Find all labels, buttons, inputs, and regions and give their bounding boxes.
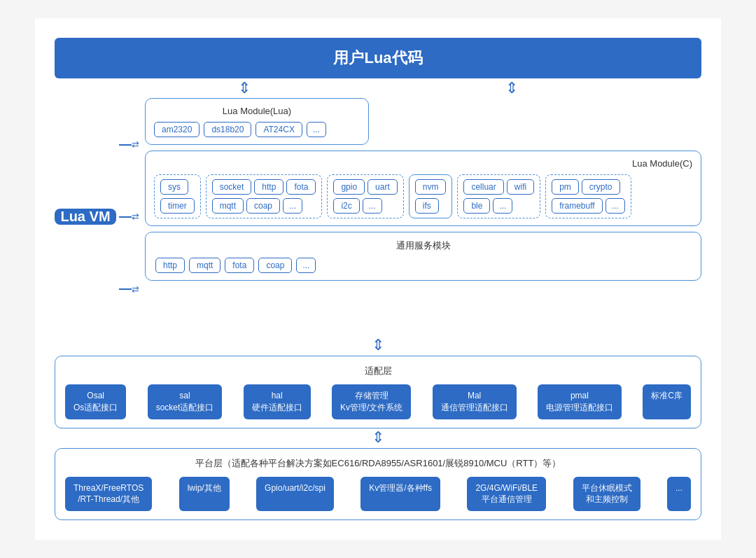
chip-dots-3: ... [363,198,382,214]
chip-coap: coap [246,198,280,214]
diagram-container: 用户Lua代码 ⇕ ⇕ Lua VM ⇄ ⇄ [35,18,721,540]
lua-module-c-box: Lua Module(C) sys timer socke [145,151,701,226]
lua-module-lua-box: Lua Module(Lua) am2320 ds18b20 AT24CX ..… [145,98,369,145]
chip-dots-5: ... [493,198,512,214]
lua-c-group-1: sys timer [154,174,201,218]
chip-ble: ble [463,198,490,214]
general-service-box: 通用服务模块 http mqtt fota coap ... [145,232,701,281]
top-arrow-right: ⇕ [505,79,518,97]
platform-dots: ... [667,477,691,512]
top-banner: 用户Lua代码 [55,38,701,78]
chip-gs-fota: fota [225,258,254,273]
lua-c-group-3: gpio uart i2c ... [327,174,403,218]
adapter-osal: OsalOs适配接口 [65,384,126,419]
lua-c-group-4: nvm ifs [409,174,453,218]
chip-am2320: am2320 [154,122,200,137]
chip-at24cx: AT24CX [255,122,302,137]
platform-gpio: Gpio/uart/i2c/spi [256,477,334,512]
chip-ds18b20: ds18b20 [204,122,251,137]
chip-framebuff: framebuff [552,198,602,214]
chip-pm: pm [552,179,579,195]
chip-dots-2: ... [283,198,302,214]
lua-vm-label: Lua VM [60,209,110,225]
chip-nvm: nvm [415,179,447,195]
chip-gs-http: http [155,258,185,273]
adapter-layer-items: OsalOs适配接口 salsocket适配接口 hal硬件适配接口 存储管理K… [65,384,691,419]
general-service-title: 通用服务模块 [155,239,691,252]
chip-gpio: gpio [333,179,365,195]
adapter-layer-title: 适配层 [65,365,691,377]
adapter-sal: salsocket适配接口 [148,384,223,419]
chip-mqtt: mqtt [212,198,244,214]
platform-lwip: lwip/其他 [179,477,230,512]
adapter-layer-box: 适配层 OsalOs适配接口 salsocket适配接口 hal硬件适配接口 存… [55,356,701,428]
lua-module-lua-chips: am2320 ds18b20 AT24CX ... [154,122,360,137]
vm-arrow-1: ⇄ [119,139,139,150]
chip-socket: socket [212,179,252,195]
adapter-mal: Mal通信管理适配接口 [433,384,517,419]
platform-2g4g: 2G/4G/WiFi/BLE平台通信管理 [467,477,546,512]
content-column: Lua Module(Lua) am2320 ds18b20 AT24CX ..… [145,98,701,336]
chip-gs-coap: coap [258,258,292,273]
chip-ifs: ifs [415,198,439,214]
lua-c-group-6: pm crypto framebuff ... [545,174,631,218]
platform-layer-items: ThreaX/FreeRTOS/RT-Thread/其他 lwip/其他 Gpi… [65,477,691,512]
chip-dots-lua: ... [307,122,326,137]
platform-layer-title: 平台层（适配各种平台解决方案如EC616/RDA8955/ASR1601/展锐8… [65,457,691,470]
platform-layer-box: 平台层（适配各种平台解决方案如EC616/RDA8955/ASR1601/展锐8… [55,448,701,521]
chip-gs-mqtt: mqtt [189,258,220,273]
chip-crypto: crypto [582,179,620,195]
adapter-pmal: pmal电源管理适配接口 [538,384,622,419]
adapter-storage: 存储管理Kv管理/文件系统 [332,384,411,419]
adapter-hal: hal硬件适配接口 [244,384,311,419]
lua-c-group-2: socket http fota mqtt coap ... [206,174,323,218]
platform-rtos: ThreaX/FreeRTOS/RT-Thread/其他 [65,477,152,512]
lua-vm-box: Lua VM [55,209,116,225]
adapter-stdlib: 标准C库 [643,384,691,419]
lua-module-lua-title: Lua Module(Lua) [154,106,360,116]
arrow-adapter-platform: ⇕ [55,428,701,447]
general-service-chips: http mqtt fota coap ... [155,258,691,273]
vm-arrow-2: ⇄ [119,211,139,222]
lua-c-group-5: celluar wifi ble ... [457,174,540,218]
chip-timer: timer [160,198,195,214]
chip-http: http [254,179,284,195]
chip-i2c: i2c [333,198,359,214]
chip-dots-6: ... [606,198,625,214]
lua-module-c-title: Lua Module(C) [154,158,692,169]
vm-arrow-3: ⇄ [119,284,139,295]
chip-fota: fota [286,179,316,195]
platform-kv: Kv管理器/各种ffs [360,477,440,512]
platform-sleep: 平台休眠模式和主频控制 [573,477,640,512]
chip-celluar: celluar [463,179,503,195]
top-arrow-left: ⇕ [238,79,251,97]
chip-gs-dots: ... [296,258,316,273]
arrow-mid-adapter: ⇕ [55,336,701,354]
chip-uart: uart [368,179,398,195]
chip-wifi: wifi [507,179,534,195]
chip-sys: sys [160,179,188,195]
top-banner-title: 用户Lua代码 [333,49,422,67]
